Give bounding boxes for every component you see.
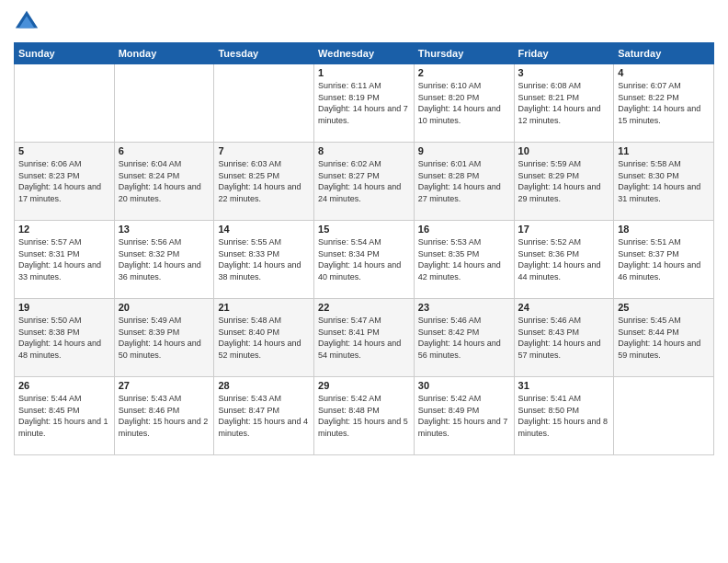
day-info: Sunrise: 5:43 AMSunset: 8:47 PMDaylight:…	[218, 393, 310, 439]
day-info: Sunrise: 6:10 AMSunset: 8:20 PMDaylight:…	[418, 80, 510, 126]
calendar-cell: 19 Sunrise: 5:50 AMSunset: 8:38 PMDaylig…	[15, 299, 115, 377]
day-number: 20	[119, 302, 210, 313]
day-info: Sunrise: 5:42 AMSunset: 8:49 PMDaylight:…	[418, 393, 510, 439]
day-info: Sunrise: 5:56 AMSunset: 8:32 PMDaylight:…	[119, 236, 210, 282]
day-info: Sunrise: 6:11 AMSunset: 8:19 PMDaylight:…	[318, 80, 410, 126]
calendar-cell: 6 Sunrise: 6:04 AMSunset: 8:24 PMDayligh…	[114, 143, 214, 221]
day-number: 2	[418, 67, 510, 78]
calendar-cell: 12 Sunrise: 5:57 AMSunset: 8:31 PMDaylig…	[15, 221, 115, 299]
calendar-cell: 5 Sunrise: 6:06 AMSunset: 8:23 PMDayligh…	[15, 143, 115, 221]
calendar-cell: 18 Sunrise: 5:51 AMSunset: 8:37 PMDaylig…	[614, 221, 714, 299]
day-info: Sunrise: 5:52 AMSunset: 8:36 PMDaylight:…	[518, 236, 610, 282]
day-number: 29	[318, 380, 410, 391]
day-number: 1	[318, 67, 410, 78]
calendar-week-row: 26 Sunrise: 5:44 AMSunset: 8:45 PMDaylig…	[15, 377, 714, 455]
calendar-cell: 30 Sunrise: 5:42 AMSunset: 8:49 PMDaylig…	[414, 377, 514, 455]
day-info: Sunrise: 5:54 AMSunset: 8:34 PMDaylight:…	[318, 236, 410, 282]
day-info: Sunrise: 5:58 AMSunset: 8:30 PMDaylight:…	[618, 158, 710, 204]
day-number: 3	[518, 67, 610, 78]
day-info: Sunrise: 5:41 AMSunset: 8:50 PMDaylight:…	[518, 393, 610, 439]
weekday-header: Friday	[514, 43, 614, 64]
day-info: Sunrise: 6:01 AMSunset: 8:28 PMDaylight:…	[418, 158, 510, 204]
day-info: Sunrise: 6:06 AMSunset: 8:23 PMDaylight:…	[18, 158, 110, 204]
calendar-cell: 2 Sunrise: 6:10 AMSunset: 8:20 PMDayligh…	[414, 64, 514, 143]
calendar-cell: 14 Sunrise: 5:55 AMSunset: 8:33 PMDaylig…	[214, 221, 314, 299]
calendar-cell: 24 Sunrise: 5:46 AMSunset: 8:43 PMDaylig…	[514, 299, 614, 377]
weekday-header: Thursday	[414, 43, 514, 64]
day-number: 15	[318, 224, 410, 235]
calendar-cell: 9 Sunrise: 6:01 AMSunset: 8:28 PMDayligh…	[414, 143, 514, 221]
day-number: 24	[518, 302, 610, 313]
day-info: Sunrise: 5:47 AMSunset: 8:41 PMDaylight:…	[318, 315, 410, 361]
day-info: Sunrise: 5:59 AMSunset: 8:29 PMDaylight:…	[518, 158, 610, 204]
calendar-cell: 25 Sunrise: 5:45 AMSunset: 8:44 PMDaylig…	[614, 299, 714, 377]
calendar-cell	[214, 64, 314, 143]
day-info: Sunrise: 5:46 AMSunset: 8:42 PMDaylight:…	[418, 315, 510, 361]
day-number: 16	[418, 224, 510, 235]
day-number: 21	[218, 302, 310, 313]
day-info: Sunrise: 6:04 AMSunset: 8:24 PMDaylight:…	[119, 158, 210, 204]
calendar-week-row: 5 Sunrise: 6:06 AMSunset: 8:23 PMDayligh…	[15, 143, 714, 221]
day-number: 25	[618, 302, 710, 313]
day-number: 6	[119, 145, 210, 156]
day-info: Sunrise: 5:48 AMSunset: 8:40 PMDaylight:…	[218, 315, 310, 361]
day-number: 22	[318, 302, 410, 313]
day-info: Sunrise: 6:08 AMSunset: 8:21 PMDaylight:…	[518, 80, 610, 126]
calendar-week-row: 12 Sunrise: 5:57 AMSunset: 8:31 PMDaylig…	[15, 221, 714, 299]
calendar-cell: 8 Sunrise: 6:02 AMSunset: 8:27 PMDayligh…	[314, 143, 415, 221]
day-info: Sunrise: 5:53 AMSunset: 8:35 PMDaylight:…	[418, 236, 510, 282]
day-info: Sunrise: 6:03 AMSunset: 8:25 PMDaylight:…	[218, 158, 310, 204]
calendar-cell	[15, 64, 115, 143]
calendar-cell: 7 Sunrise: 6:03 AMSunset: 8:25 PMDayligh…	[214, 143, 314, 221]
calendar-cell	[114, 64, 214, 143]
calendar-week-row: 19 Sunrise: 5:50 AMSunset: 8:38 PMDaylig…	[15, 299, 714, 377]
calendar-cell: 27 Sunrise: 5:43 AMSunset: 8:46 PMDaylig…	[114, 377, 214, 455]
page: SundayMondayTuesdayWednesdayThursdayFrid…	[0, 0, 728, 563]
calendar-cell: 28 Sunrise: 5:43 AMSunset: 8:47 PMDaylig…	[214, 377, 314, 455]
calendar-cell: 23 Sunrise: 5:46 AMSunset: 8:42 PMDaylig…	[414, 299, 514, 377]
day-number: 14	[218, 224, 310, 235]
calendar-cell: 15 Sunrise: 5:54 AMSunset: 8:34 PMDaylig…	[314, 221, 415, 299]
calendar-week-row: 1 Sunrise: 6:11 AMSunset: 8:19 PMDayligh…	[15, 64, 714, 143]
header	[14, 9, 714, 35]
weekday-header: Monday	[114, 43, 214, 64]
day-number: 27	[119, 380, 210, 391]
day-number: 28	[218, 380, 310, 391]
day-number: 13	[119, 224, 210, 235]
day-number: 30	[418, 380, 510, 391]
day-number: 5	[18, 145, 110, 156]
day-info: Sunrise: 6:02 AMSunset: 8:27 PMDaylight:…	[318, 158, 410, 204]
weekday-header: Tuesday	[214, 43, 314, 64]
calendar-cell: 20 Sunrise: 5:49 AMSunset: 8:39 PMDaylig…	[114, 299, 214, 377]
day-info: Sunrise: 5:49 AMSunset: 8:39 PMDaylight:…	[119, 315, 210, 361]
logo-icon	[14, 9, 40, 35]
day-number: 17	[518, 224, 610, 235]
calendar-cell: 1 Sunrise: 6:11 AMSunset: 8:19 PMDayligh…	[314, 64, 415, 143]
calendar-cell: 22 Sunrise: 5:47 AMSunset: 8:41 PMDaylig…	[314, 299, 415, 377]
day-number: 26	[18, 380, 110, 391]
day-info: Sunrise: 5:57 AMSunset: 8:31 PMDaylight:…	[18, 236, 110, 282]
day-number: 9	[418, 145, 510, 156]
calendar-cell: 11 Sunrise: 5:58 AMSunset: 8:30 PMDaylig…	[614, 143, 714, 221]
calendar-cell: 17 Sunrise: 5:52 AMSunset: 8:36 PMDaylig…	[514, 221, 614, 299]
day-info: Sunrise: 6:07 AMSunset: 8:22 PMDaylight:…	[618, 80, 710, 126]
day-number: 19	[18, 302, 110, 313]
calendar-cell: 21 Sunrise: 5:48 AMSunset: 8:40 PMDaylig…	[214, 299, 314, 377]
day-info: Sunrise: 5:55 AMSunset: 8:33 PMDaylight:…	[218, 236, 310, 282]
header-row: SundayMondayTuesdayWednesdayThursdayFrid…	[15, 43, 714, 64]
calendar-cell: 4 Sunrise: 6:07 AMSunset: 8:22 PMDayligh…	[614, 64, 714, 143]
day-info: Sunrise: 5:51 AMSunset: 8:37 PMDaylight:…	[618, 236, 710, 282]
calendar-cell	[614, 377, 714, 455]
calendar-cell: 3 Sunrise: 6:08 AMSunset: 8:21 PMDayligh…	[514, 64, 614, 143]
calendar-cell: 13 Sunrise: 5:56 AMSunset: 8:32 PMDaylig…	[114, 221, 214, 299]
day-info: Sunrise: 5:50 AMSunset: 8:38 PMDaylight:…	[18, 315, 110, 361]
calendar-cell: 31 Sunrise: 5:41 AMSunset: 8:50 PMDaylig…	[514, 377, 614, 455]
weekday-header: Saturday	[614, 43, 714, 64]
day-number: 11	[618, 145, 710, 156]
day-number: 31	[518, 380, 610, 391]
calendar-cell: 10 Sunrise: 5:59 AMSunset: 8:29 PMDaylig…	[514, 143, 614, 221]
day-number: 8	[318, 145, 410, 156]
day-number: 23	[418, 302, 510, 313]
day-info: Sunrise: 5:43 AMSunset: 8:46 PMDaylight:…	[119, 393, 210, 439]
day-info: Sunrise: 5:45 AMSunset: 8:44 PMDaylight:…	[618, 315, 710, 361]
